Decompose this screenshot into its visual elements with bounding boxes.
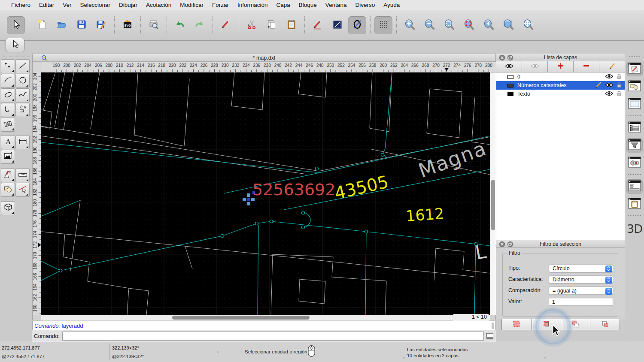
layer-lock-icon[interactable] [617, 82, 622, 89]
layer-row[interactable]: 0 [496, 72, 625, 81]
ortho-button[interactable] [328, 16, 346, 34]
edit-pencil-button[interactable] [309, 16, 327, 34]
horizontal-scrollbar-thumb[interactable] [172, 316, 310, 320]
select-intersect-button[interactable] [590, 319, 620, 330]
pencil-button[interactable] [217, 16, 235, 34]
menu-editar[interactable]: Editar [35, 0, 58, 10]
zoom-selection-button[interactable] [460, 16, 478, 34]
tool-hatch-button[interactable] [1, 118, 15, 132]
layer-color-swatch [507, 84, 513, 87]
zoom-previous-button[interactable] [480, 16, 498, 34]
zoom-auto-button[interactable] [440, 16, 458, 34]
tool-image-button[interactable] [1, 150, 15, 164]
print-preview-button[interactable] [145, 16, 163, 34]
valor-input[interactable]: 1 [549, 298, 613, 306]
command-console-toggle-button[interactable] [485, 332, 495, 341]
menu-informacion[interactable]: Información [233, 0, 272, 10]
select-button[interactable] [7, 16, 25, 34]
vertical-scrollbar[interactable] [490, 72, 496, 315]
tool-cad-tools-button[interactable] [1, 168, 15, 182]
horizontal-scrollbar[interactable] [41, 315, 490, 320]
dock-property-editor-button[interactable] [626, 62, 643, 76]
tool-spline-button[interactable] [15, 88, 30, 103]
no-snap-button[interactable] [348, 16, 366, 34]
tipo-select[interactable]: Círculo [549, 264, 613, 272]
menu-seleccionar[interactable]: Seleccionar [76, 0, 115, 10]
svg-export-button[interactable]: SVG [118, 16, 137, 34]
select-matching-button[interactable] [502, 319, 532, 330]
open-file-button[interactable] [53, 16, 71, 34]
menu-ventana[interactable]: Ventana [321, 0, 351, 10]
select-add-button[interactable] [532, 319, 561, 330]
edit-layer-button[interactable] [599, 61, 625, 72]
tool-box-3d-button[interactable] [1, 201, 15, 215]
zoom-in-button[interactable] [401, 16, 419, 34]
zoom-out-button[interactable] [420, 16, 438, 34]
tool-line-button[interactable] [15, 59, 30, 73]
menu-modificar[interactable]: Modificar [176, 0, 208, 10]
select-tool-button[interactable] [6, 38, 24, 52]
svg-text:204: 204 [33, 72, 37, 80]
paste-button[interactable] [283, 16, 301, 34]
tool-ellipse-button[interactable] [1, 88, 15, 103]
menu-fichero[interactable]: Fichero [7, 0, 35, 10]
menu-bar: FicheroEditarVerSeleccionarDibujarAcotac… [0, 0, 644, 10]
stepper-icon [605, 288, 612, 295]
zoom-window-button[interactable] [499, 16, 517, 34]
menu-dibujar[interactable]: Dibujar [115, 0, 142, 10]
dock-block-list-button[interactable] [626, 79, 643, 94]
tool-block-button[interactable] [1, 183, 15, 197]
select-remove-button[interactable] [561, 319, 591, 330]
tool-text-button[interactable]: A [1, 135, 15, 149]
dock-library-browser-button[interactable] [626, 97, 643, 112]
show-all-eye-button[interactable] [496, 61, 522, 72]
cut-button[interactable] [243, 16, 261, 34]
menu-ver[interactable]: Ver [58, 0, 76, 10]
layer-lock-icon[interactable] [617, 73, 622, 81]
grid-button[interactable] [374, 16, 392, 34]
menu-capa[interactable]: Capa [272, 0, 295, 10]
menu-bloque[interactable]: Bloque [295, 0, 321, 10]
menu-diverso[interactable]: Diverso [351, 0, 379, 10]
menu-ayuda[interactable]: Ayuda [379, 0, 404, 10]
caracteristica-select[interactable]: Diámetro [549, 275, 613, 284]
tool-modify-button[interactable] [15, 183, 30, 197]
drawing-canvas[interactable]: 52563692 43505 1612 Magna A L [41, 72, 490, 315]
add-layer-button[interactable] [548, 61, 574, 72]
menu-forzar[interactable]: Forzar [208, 0, 233, 10]
dock-selection-filter-button[interactable] [626, 138, 643, 153]
3d-panel-label[interactable]: 3D [627, 222, 642, 235]
layer-row[interactable]: Texto [496, 90, 625, 98]
layer-visibility-eye-icon[interactable] [605, 73, 614, 81]
tool-shapes-button[interactable] [15, 103, 30, 117]
tool-polyline-button[interactable] [1, 103, 15, 117]
command-input[interactable] [62, 332, 484, 341]
vertical-scrollbar-thumb[interactable] [491, 180, 495, 230]
dock-clipboard-panel-button[interactable] [626, 197, 643, 211]
new-file-button[interactable] [33, 16, 51, 34]
layer-lock-icon[interactable] [617, 90, 622, 98]
save-as-button[interactable] [92, 16, 110, 34]
hide-all-eye-button[interactable] [522, 61, 548, 72]
layer-visibility-eye-icon[interactable] [605, 82, 614, 89]
tool-dimension-button[interactable] [15, 135, 30, 149]
dock-layer-list-button[interactable] [626, 121, 643, 135]
menu-acotacion[interactable]: Acotación [142, 0, 176, 10]
history-scrollbar[interactable] [492, 323, 494, 329]
tool-points-button[interactable] [1, 59, 15, 73]
dock-command-line-button[interactable] [626, 179, 643, 194]
save-button[interactable] [73, 16, 91, 34]
tool-circle-button[interactable] [15, 74, 30, 88]
dock-viewport-button[interactable] [626, 156, 643, 170]
tool-arc-button[interactable] [1, 74, 15, 88]
layer-row[interactable]: Números catastrales [496, 81, 625, 90]
tool-measure-button[interactable] [15, 168, 30, 182]
comparacion-select[interactable]: = (igual a) [549, 287, 613, 295]
remove-layer-button[interactable] [574, 61, 599, 72]
dock-handle[interactable] [629, 56, 640, 57]
redo-button[interactable] [191, 16, 209, 34]
undo-button[interactable] [171, 16, 189, 34]
copy-button[interactable] [263, 16, 281, 34]
zoom-pan-button[interactable] [519, 16, 537, 34]
layer-visibility-eye-icon[interactable] [605, 90, 614, 98]
